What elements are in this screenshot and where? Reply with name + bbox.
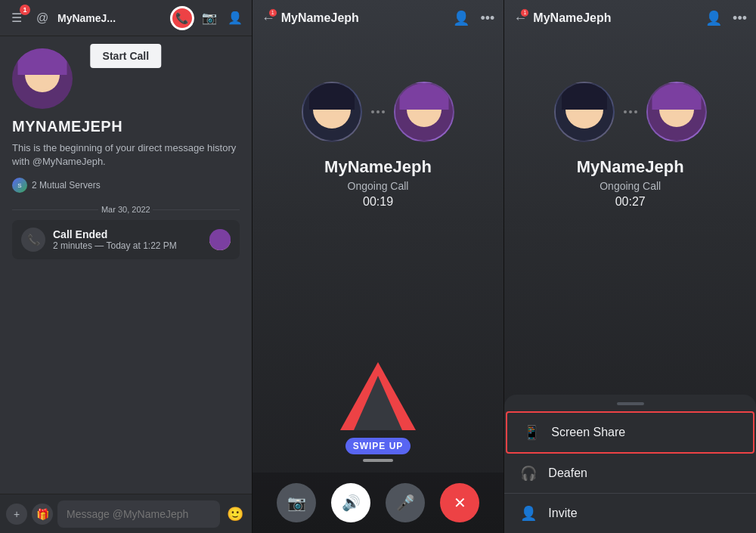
- invite-icon: 👤: [519, 504, 538, 522]
- mic-control-button[interactable]: 🎤: [386, 483, 425, 522]
- panel-active-call: ← 1 MyNameJeph 👤 ••• MyNameJeph Ongoing …: [253, 0, 505, 533]
- active-call-icon[interactable]: 📞: [170, 6, 194, 30]
- avatar-art-3-2: [648, 83, 705, 141]
- video-control-button[interactable]: 📷: [277, 483, 316, 522]
- call-options-menu: 📱 Screen Share 🎧 Deafen 👤 Invite: [504, 395, 756, 533]
- mutual-server-avatar: S: [12, 178, 27, 193]
- invite-label: Invite: [548, 507, 577, 520]
- swipe-up-label: SWIPE UP: [345, 438, 411, 454]
- call-ended-title: Call Ended: [53, 228, 202, 240]
- plus-button[interactable]: +: [6, 504, 27, 525]
- call-status: Ongoing Call: [253, 180, 504, 192]
- call-username: MyNameJeph: [253, 157, 504, 177]
- deafen-icon: 🎧: [519, 464, 538, 482]
- call-more-icon[interactable]: •••: [480, 11, 494, 26]
- call-topbar-3: ← 1 MyNameJeph 👤 •••: [504, 0, 756, 36]
- mutual-servers: S 2 Mutual Servers: [12, 178, 240, 193]
- caller-avatar-1: [302, 82, 362, 142]
- gift-button[interactable]: 🎁: [32, 504, 53, 525]
- invite-menu-item[interactable]: 👤 Invite: [504, 494, 756, 533]
- date-divider: Mar 30, 2022: [12, 205, 240, 214]
- video-icon[interactable]: 📷: [199, 8, 220, 29]
- user-description: This is the beginning of your direct mes…: [12, 141, 240, 169]
- back-button[interactable]: ← 1: [262, 11, 275, 26]
- speaker-control-button[interactable]: 🔊: [331, 483, 370, 522]
- call-username-3: MyNameJeph: [504, 157, 756, 177]
- swipe-up-section: SWIPE UP: [253, 209, 504, 473]
- topbar-username: MyNameJ...: [57, 12, 166, 24]
- call-add-user-icon[interactable]: 👤: [453, 10, 469, 26]
- avatar-art-3-1: [556, 83, 613, 141]
- back-button-3[interactable]: ← 1: [513, 11, 527, 26]
- panel-dm-chat: ☰ @ MyNameJ... 📞 📷 👤 Start Call MYNAMEJE…: [0, 0, 253, 533]
- swipe-up-arrow: [340, 362, 416, 430]
- start-call-button[interactable]: Start Call: [91, 44, 161, 68]
- caller-avatar-2: [394, 82, 454, 142]
- call-ended-icon: 📞: [21, 228, 45, 252]
- avatar-separator: [368, 110, 388, 113]
- avatar-art-1: [303, 83, 361, 141]
- call-info: Call Ended 2 minutes — Today at 1:22 PM: [53, 228, 202, 251]
- mutual-servers-count: 2 Mutual Servers: [32, 180, 101, 191]
- screen-share-menu-item[interactable]: 📱 Screen Share: [506, 411, 754, 454]
- dm-content: MYNAMEJEPH This is the beginning of your…: [0, 36, 252, 494]
- call-more-icon-3[interactable]: •••: [733, 11, 747, 26]
- menu-drag-handle[interactable]: [617, 402, 644, 405]
- call-user-avatar: [209, 229, 231, 250]
- add-user-icon[interactable]: 👤: [225, 8, 246, 29]
- call-timer: 00:19: [253, 195, 504, 209]
- call-ended-subtitle: 2 minutes — Today at 1:22 PM: [53, 240, 202, 251]
- screen-share-icon: 📱: [522, 423, 541, 442]
- topbar: ☰ @ MyNameJ... 📞 📷 👤: [0, 0, 252, 36]
- username-large: MYNAMEJEPH: [12, 118, 240, 135]
- at-icon: @: [32, 8, 53, 29]
- home-indicator: [363, 459, 393, 462]
- call-avatars-row-3: [504, 82, 756, 142]
- call-add-user-icon-3[interactable]: 👤: [705, 10, 722, 26]
- menu-icon[interactable]: ☰: [6, 8, 27, 29]
- call-status-3: Ongoing Call: [504, 180, 756, 192]
- call-timer-3: 00:27: [504, 195, 756, 209]
- avatar-separator-3: [621, 110, 640, 113]
- message-input[interactable]: [57, 500, 220, 528]
- notification-badge-3: 1: [521, 9, 528, 17]
- end-call-button[interactable]: ✕: [440, 483, 479, 522]
- caller-avatar-3-2: [646, 82, 707, 142]
- screen-share-label: Screen Share: [551, 426, 625, 439]
- message-input-bar: + 🎁 🙂: [0, 494, 252, 533]
- deafen-label: Deafen: [548, 466, 587, 480]
- avatar-art-2: [395, 83, 453, 141]
- emoji-button[interactable]: 🙂: [225, 504, 246, 525]
- notification-badge: 1: [269, 9, 277, 17]
- call-topbar: ← 1 MyNameJeph 👤 •••: [253, 0, 504, 36]
- call-topbar-username-3: MyNameJeph: [533, 11, 695, 25]
- call-ended-message: 📞 Call Ended 2 minutes — Today at 1:22 P…: [12, 220, 240, 259]
- user-avatar-large: [12, 48, 73, 109]
- caller-avatar-3-1: [554, 82, 615, 142]
- avatar-image: [12, 48, 73, 109]
- call-controls: 📷 🔊 🎤 ✕: [253, 473, 504, 533]
- call-avatars-row: [253, 82, 504, 142]
- deafen-menu-item[interactable]: 🎧 Deafen: [504, 454, 756, 494]
- call-topbar-username: MyNameJeph: [281, 11, 443, 25]
- panel-call-menu: ← 1 MyNameJeph 👤 ••• MyNameJeph Ongoing …: [504, 0, 756, 533]
